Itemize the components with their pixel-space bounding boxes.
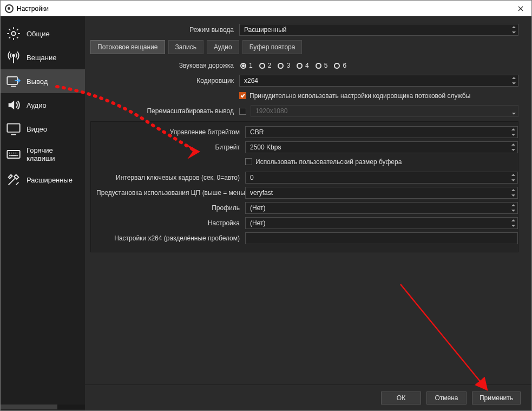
x264opts-input[interactable]: [245, 232, 518, 244]
monitor-icon: [6, 122, 21, 135]
settings-window: Настройки Общие Вещание: [0, 0, 532, 411]
sidebar-item-label: Видео: [27, 125, 47, 133]
keyint-label: Интервал ключевых кадров (сек, 0=авто): [96, 174, 245, 181]
svg-rect-4: [7, 151, 19, 158]
audio-track-5[interactable]: 5: [316, 62, 328, 69]
tab-replay-buffer[interactable]: Буфер повтора: [242, 40, 303, 54]
tab-streaming[interactable]: Потоковое вещание: [90, 40, 165, 54]
bitrate-label: Битрейт: [96, 143, 245, 151]
sidebar-item-label: Общие: [27, 30, 50, 38]
encoder-label: Кодировщик: [90, 77, 239, 84]
audio-track-6[interactable]: 6: [334, 62, 346, 69]
sidebar-item-label: Горячие клавиши: [27, 146, 81, 162]
sidebar: Общие Вещание Вывод Аудио: [1, 16, 85, 410]
output-mode-select[interactable]: Расширенный: [239, 24, 518, 36]
rate-control-select[interactable]: CBR: [245, 126, 518, 138]
sidebar-item-label: Аудио: [27, 101, 47, 109]
sidebar-item-stream[interactable]: Вещание: [1, 45, 85, 69]
tab-recording[interactable]: Запись: [168, 40, 203, 54]
rescale-label: Перемасштабировать вывод: [90, 107, 239, 115]
encoder-settings-group: Управление битрейтом CBR Битрейт 2500 Kb…: [90, 121, 518, 252]
footer: ОК Отмена Применить: [85, 384, 531, 410]
cancel-button[interactable]: Отмена: [426, 392, 467, 405]
sidebar-item-advanced[interactable]: Расширенные: [1, 168, 85, 192]
sidebar-item-audio[interactable]: Аудио: [1, 93, 85, 117]
speaker-icon: [6, 99, 21, 112]
audio-track-label: Звуковая дорожка: [90, 62, 239, 69]
content-pane: Режим вывода Расширенный Потоковое вещан…: [85, 16, 531, 384]
sidebar-item-label: Вывод: [27, 77, 48, 86]
encoder-select[interactable]: x264: [239, 75, 518, 87]
x264opts-label: Настройки x264 (разделённые пробелом): [96, 234, 245, 242]
audio-track-1[interactable]: 1: [240, 62, 253, 69]
output-mode-label: Режим вывода: [90, 26, 239, 34]
sidebar-item-video[interactable]: Видео: [1, 117, 85, 141]
rescale-checkbox[interactable]: [239, 108, 246, 115]
sidebar-item-output[interactable]: Вывод: [1, 69, 85, 93]
sidebar-item-label: Вещание: [27, 54, 57, 62]
rescale-select[interactable]: 1920x1080: [251, 105, 518, 117]
app-icon: [5, 4, 14, 13]
sidebar-item-hotkeys[interactable]: Горячие клавиши: [1, 141, 85, 168]
tune-label: Настройка: [96, 219, 245, 227]
tune-select[interactable]: (Нет): [245, 217, 518, 229]
ok-button[interactable]: ОК: [381, 392, 421, 405]
sidebar-item-general[interactable]: Общие: [1, 22, 85, 45]
rate-control-label: Управление битрейтом: [96, 128, 245, 136]
window-close-button[interactable]: [510, 1, 531, 16]
antenna-icon: [6, 51, 21, 64]
output-tabs: Потоковое вещание Запись Аудио Буфер пов…: [90, 40, 518, 54]
bitrate-input[interactable]: 2500 Kbps: [245, 141, 518, 153]
cpu-preset-label: Предустановка использования ЦП (выше = м…: [96, 189, 245, 197]
keyboard-icon: [6, 148, 21, 161]
profile-select[interactable]: (Нет): [245, 202, 518, 214]
window-title: Настройки: [17, 5, 49, 12]
tools-icon: [6, 173, 21, 186]
sidebar-scrollbar[interactable]: [1, 403, 85, 410]
custom-buffer-size-checkbox[interactable]: Использовать пользовательский размер буф…: [245, 158, 402, 166]
keyint-input[interactable]: 0: [245, 172, 518, 184]
tab-audio[interactable]: Аудио: [207, 40, 239, 54]
titlebar: Настройки: [1, 1, 531, 16]
svg-rect-3: [7, 124, 19, 132]
audio-track-3[interactable]: 3: [278, 62, 290, 69]
sidebar-item-label: Расширенные: [27, 176, 73, 184]
audio-track-2[interactable]: 2: [259, 62, 272, 69]
gear-icon: [6, 27, 21, 40]
enforce-encoder-settings-checkbox[interactable]: Принудительно использовать настройки код…: [239, 92, 470, 100]
output-icon: [6, 75, 21, 88]
svg-point-0: [11, 31, 15, 35]
cpu-preset-select[interactable]: veryfast: [245, 187, 518, 199]
profile-label: Профиль: [96, 204, 245, 212]
audio-track-4[interactable]: 4: [297, 62, 309, 69]
apply-button[interactable]: Применить: [472, 392, 521, 405]
